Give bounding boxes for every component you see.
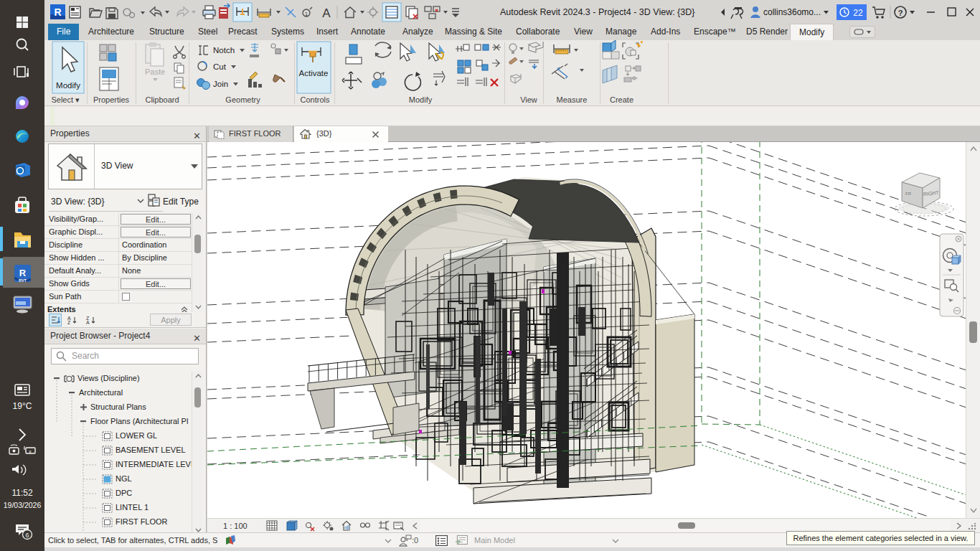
svg-text:R: R [54, 6, 61, 18]
svg-text:19°C: 19°C [13, 401, 32, 411]
svg-text:x: x [29, 449, 32, 454]
svg-text:A: A [86, 320, 90, 324]
svg-text:RVT: RVT [19, 278, 27, 283]
svg-text:Join: Join [213, 80, 228, 88]
svg-text:1: 1 [305, 11, 308, 17]
svg-text:Z: Z [67, 320, 71, 324]
svg-text:Modify: Modify [56, 81, 80, 90]
svg-text:Cut: Cut [213, 62, 227, 71]
svg-text:22: 22 [853, 8, 863, 18]
svg-text:6: 6 [25, 532, 29, 539]
svg-text:19/03/2026: 19/03/2026 [4, 501, 42, 509]
svg-text:Paste: Paste [145, 67, 165, 76]
svg-text:Notch: Notch [213, 46, 235, 55]
svg-text:Activate: Activate [299, 69, 329, 77]
svg-text:11:52: 11:52 [11, 488, 32, 498]
svg-text:collins36omo...: collins36omo... [763, 7, 821, 17]
svg-text:A: A [322, 6, 331, 20]
svg-text:FR: FR [905, 192, 912, 196]
svg-text:R: R [19, 268, 27, 278]
svg-text:?: ? [898, 9, 903, 17]
svg-text:Autodesk Revit 2024.3 - Projec: Autodesk Revit 2024.3 - Project4 - 3D Vi… [500, 7, 694, 17]
